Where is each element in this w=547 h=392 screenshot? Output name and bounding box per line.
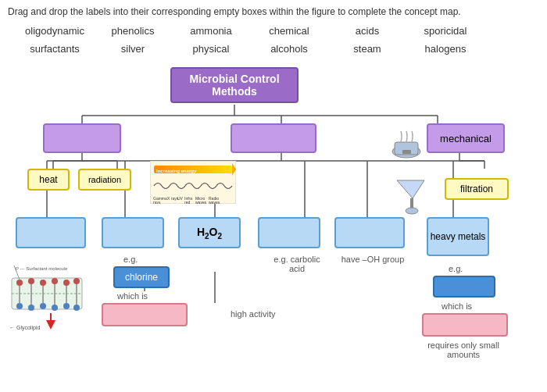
mechanical-box: mechanical	[427, 123, 505, 153]
radiation-box: radiation	[78, 169, 131, 191]
main-node: Microbial Control Methods	[170, 67, 299, 103]
svg-point-68	[63, 303, 70, 309]
steam-image	[383, 119, 430, 166]
row2-box2[interactable]	[102, 217, 164, 248]
filtration-image	[391, 176, 430, 216]
svg-point-49	[52, 278, 58, 284]
label-halogens[interactable]: halogens	[406, 41, 484, 56]
concept-map: Microbial Control Methods mechanical hea…	[0, 61, 547, 334]
labels-area: oligodynamic phenolics ammonia chemical …	[0, 20, 547, 59]
svg-point-64	[16, 303, 23, 309]
which-is-1-label: which is	[117, 291, 148, 301]
svg-text:P --- Surfactant molecule: P --- Surfactant molecule	[16, 266, 68, 271]
svg-text:Increasing energy: Increasing energy	[156, 169, 197, 173]
row2-box4[interactable]	[258, 217, 320, 248]
heavy-metals-eg-box[interactable]	[433, 276, 495, 298]
requires-label: requires only small amounts	[413, 340, 514, 359]
svg-point-66	[40, 303, 46, 309]
svg-marker-41	[397, 180, 424, 198]
label-phenolics[interactable]: phenolics	[94, 23, 172, 38]
svg-point-69	[73, 305, 80, 311]
label-silver[interactable]: silver	[94, 41, 172, 56]
label-sporicidal[interactable]: sporicidal	[406, 23, 484, 38]
heavy-metals-box: heavy metals	[427, 217, 489, 256]
svg-point-67	[52, 305, 58, 311]
label-physical[interactable]: physical	[172, 41, 250, 56]
label-chemical[interactable]: chemical	[250, 23, 328, 38]
chemical-box[interactable]	[231, 123, 316, 153]
eg-carbolic-label: e.g. carbolic acid	[266, 255, 328, 273]
wave-spectrum: Increasing energy Gamma rays X rays UV I…	[150, 161, 236, 204]
eg-heavy-metals-label: e.g.	[449, 264, 463, 273]
which-is-2-label: which is	[442, 301, 472, 311]
high-activity-label: high activity	[231, 309, 275, 319]
surfactant-image: ← Glycolipid P --- Surfactant molecule	[8, 255, 86, 333]
heat-box: heat	[27, 169, 70, 191]
svg-point-51	[73, 278, 80, 284]
label-acids[interactable]: acids	[328, 23, 406, 38]
eg-chlorine-label: e.g.	[123, 255, 138, 264]
heavy-metals-which-is-box[interactable]	[422, 313, 508, 337]
label-ammonia[interactable]: ammonia	[172, 23, 250, 38]
svg-point-47	[28, 278, 34, 284]
svg-text:UV: UV	[177, 196, 184, 201]
svg-text:waves: waves	[209, 200, 220, 204]
instruction-text: Drag and drop the labels into their corr…	[0, 0, 547, 20]
svg-point-46	[16, 280, 23, 286]
svg-rect-26	[402, 150, 411, 154]
h2o2-box: H2O2	[178, 217, 241, 248]
label-alcohols[interactable]: alcohols	[250, 41, 328, 56]
filtration-box: filtration	[445, 178, 509, 200]
label-surfactants[interactable]: surfactants	[16, 41, 94, 56]
svg-point-50	[63, 280, 70, 286]
physical-box[interactable]	[43, 123, 121, 153]
row2-box5[interactable]	[334, 217, 405, 248]
svg-text:waves: waves	[195, 200, 207, 204]
svg-point-65	[28, 305, 34, 311]
label-oligodynamic[interactable]: oligodynamic	[16, 23, 94, 38]
svg-point-48	[40, 280, 46, 286]
svg-text:← Glycolipid: ← Glycolipid	[9, 325, 40, 331]
chlorine-box: chlorine	[113, 266, 170, 288]
svg-text:rays: rays	[153, 200, 161, 204]
svg-point-43	[406, 208, 418, 214]
have-oh-label: have –OH group	[338, 255, 408, 264]
label-steam[interactable]: steam	[328, 41, 406, 56]
svg-text:red: red	[184, 200, 190, 204]
row2-box1[interactable]	[16, 217, 86, 248]
chlorine-which-is-box[interactable]	[102, 303, 188, 326]
